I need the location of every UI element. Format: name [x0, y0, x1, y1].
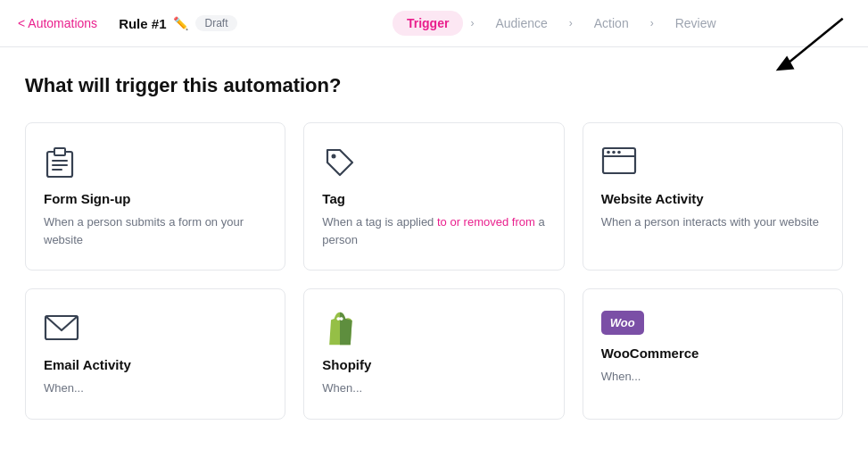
- shopify-icon-container: [322, 311, 545, 346]
- step-trigger[interactable]: Trigger: [393, 11, 463, 36]
- form-signup-icon-container: [44, 145, 267, 180]
- email-icon: [44, 311, 79, 346]
- email-title: Email Activity: [44, 357, 267, 372]
- tag-title: Tag: [322, 191, 545, 206]
- woo-desc: When...: [601, 368, 824, 386]
- trigger-card-form-signup[interactable]: Form Sign-up When a person submits a for…: [25, 122, 285, 271]
- tag-icon: [322, 145, 358, 180]
- shopify-icon: [322, 311, 358, 346]
- trigger-card-tag[interactable]: Tag When a tag is applied to or removed …: [303, 122, 564, 271]
- shopify-desc: When...: [322, 379, 545, 397]
- page-title: What will trigger this automation?: [25, 74, 843, 97]
- back-link[interactable]: < Automations: [18, 16, 97, 30]
- trigger-card-email[interactable]: Email Activity When...: [25, 288, 285, 420]
- email-icon-container: [44, 311, 267, 346]
- tag-desc-highlight: to or removed from: [437, 215, 535, 229]
- form-signup-desc: When a person submits a form on your web…: [44, 213, 267, 248]
- svg-point-12: [617, 151, 621, 154]
- trigger-card-woocommerce[interactable]: Woo WooCommerce When...: [583, 288, 843, 420]
- svg-rect-3: [54, 148, 65, 155]
- tag-desc: When a tag is applied to or removed from…: [322, 213, 545, 248]
- trigger-card-website[interactable]: Website Activity When a person interacts…: [583, 122, 843, 271]
- woo-title: WooCommerce: [601, 346, 824, 361]
- step-action[interactable]: Action: [580, 11, 643, 36]
- trigger-card-shopify[interactable]: Shopify When...: [303, 288, 564, 420]
- email-desc: When...: [44, 379, 267, 397]
- shopify-title: Shopify: [322, 357, 545, 372]
- triggers-grid: Form Sign-up When a person submits a for…: [25, 122, 843, 420]
- breadcrumb-steps: Trigger › Audience › Action › Review: [273, 11, 851, 36]
- top-bar: < Automations Rule #1 ✏️ Draft Trigger ›…: [0, 0, 868, 47]
- svg-point-10: [607, 151, 610, 154]
- website-title: Website Activity: [601, 191, 824, 206]
- arrow-1: ›: [470, 17, 474, 29]
- edit-icon[interactable]: ✏️: [173, 16, 188, 30]
- svg-point-11: [612, 151, 616, 154]
- rule-title: Rule #1: [119, 16, 166, 31]
- step-review[interactable]: Review: [661, 11, 731, 36]
- woo-icon-container: Woo: [601, 311, 824, 335]
- draft-badge: Draft: [195, 15, 236, 31]
- tag-icon-container: [322, 145, 545, 180]
- form-icon: [44, 145, 79, 180]
- woo-badge: Woo: [601, 311, 644, 335]
- website-icon-container: [601, 145, 824, 180]
- rule-info: Rule #1 ✏️ Draft: [119, 15, 236, 31]
- website-icon: [601, 145, 637, 180]
- svg-point-7: [332, 154, 336, 159]
- arrow-3: ›: [650, 17, 654, 29]
- form-signup-title: Form Sign-up: [44, 191, 267, 206]
- main-content: What will trigger this automation? Form …: [0, 47, 868, 437]
- arrow-2: ›: [569, 17, 573, 29]
- step-audience[interactable]: Audience: [481, 11, 561, 36]
- website-desc: When a person interacts with your websit…: [601, 213, 824, 231]
